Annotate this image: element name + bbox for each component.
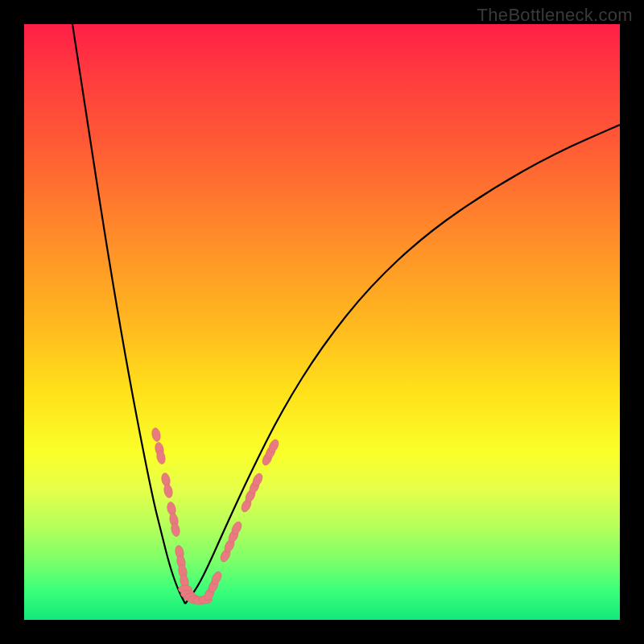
curve-left-branch (72, 24, 185, 604)
chart-frame: TheBottleneck.com (0, 0, 644, 644)
data-marker (151, 427, 161, 443)
watermark-text: TheBottleneck.com (477, 5, 633, 26)
plot-svg (24, 24, 620, 620)
plot-area (24, 24, 620, 620)
curve-right-branch (185, 125, 620, 604)
